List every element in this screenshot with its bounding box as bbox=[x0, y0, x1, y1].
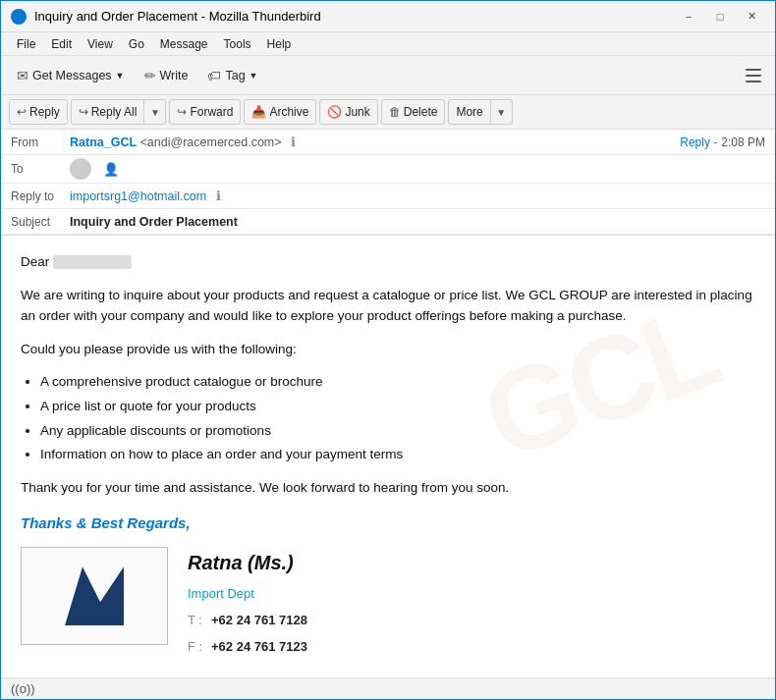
reply-all-button[interactable]: ↪ Reply All bbox=[71, 99, 145, 125]
replyto-verify-icon: ℹ bbox=[216, 188, 221, 203]
replyto-value: importsrg1@hotmail.com ℹ bbox=[70, 188, 765, 203]
header-action-toolbar: ↩ Reply ↪ Reply All ▼ ↪ Forward 📥 Archiv… bbox=[1, 95, 775, 130]
maximize-button[interactable]: □ bbox=[706, 6, 734, 27]
title-bar: Inquiry and Order Placement - Mozilla Th… bbox=[1, 1, 775, 32]
get-messages-button[interactable]: ✉ Get Messages ▼ bbox=[9, 64, 133, 87]
to-field: To 👤 bbox=[1, 155, 775, 184]
menu-tools[interactable]: Tools bbox=[216, 35, 259, 53]
archive-button[interactable]: 📥 Archive bbox=[244, 99, 316, 125]
list-item-1: A comprehensive product catalogue or bro… bbox=[40, 371, 755, 393]
sig-logo-box bbox=[21, 547, 168, 645]
reply-button[interactable]: ↩ Reply bbox=[9, 99, 68, 125]
subject-label: Subject bbox=[11, 215, 70, 229]
sig-fax-line: F : +62 24 761 7123 bbox=[188, 637, 307, 658]
signature: Ratna (Ms.) Import Dept T : +62 24 761 7… bbox=[21, 547, 755, 657]
verify-icon: ℹ bbox=[291, 135, 296, 149]
write-button[interactable]: ✏ Write bbox=[137, 64, 196, 87]
ham-line-1 bbox=[746, 69, 761, 71]
tag-dropdown-icon: ▼ bbox=[249, 71, 258, 81]
window-controls: − □ ✕ bbox=[675, 6, 765, 27]
reply-all-icon: ↪ bbox=[79, 105, 88, 119]
sig-phone-value: +62 24 761 7128 bbox=[211, 611, 307, 631]
window-title: Inquiry and Order Placement - Mozilla Th… bbox=[34, 9, 675, 24]
hamburger-button[interactable] bbox=[740, 62, 767, 89]
wifi-icon: ((o)) bbox=[11, 681, 35, 696]
email-time: 2:08 PM bbox=[721, 135, 765, 149]
delete-icon: 🗑 bbox=[389, 105, 401, 119]
app-icon bbox=[11, 9, 27, 25]
sig-info: Ratna (Ms.) Import Dept T : +62 24 761 7… bbox=[188, 547, 307, 657]
email-header: ↩ Reply ↪ Reply All ▼ ↪ Forward 📥 Archiv… bbox=[1, 95, 775, 236]
email-list: A comprehensive product catalogue or bro… bbox=[40, 371, 755, 464]
menu-message[interactable]: Message bbox=[152, 35, 216, 53]
tag-button[interactable]: 🏷 Tag ▼ bbox=[199, 64, 265, 87]
get-messages-dropdown-icon: ▼ bbox=[116, 71, 125, 81]
junk-icon: 🚫 bbox=[327, 105, 342, 119]
more-dropdown[interactable]: ▼ bbox=[491, 99, 513, 125]
more-group: More ▼ bbox=[448, 99, 512, 125]
sig-phone-line: T : +62 24 761 7128 bbox=[188, 611, 307, 631]
reply-all-dropdown[interactable]: ▼ bbox=[144, 99, 166, 125]
to-avatar bbox=[70, 158, 91, 180]
email-para2: Could you please provide us with the fol… bbox=[21, 339, 755, 360]
sig-dept: Import Dept bbox=[188, 584, 307, 605]
email-greeting: Dear bbox=[21, 251, 755, 273]
menu-edit[interactable]: Edit bbox=[43, 35, 80, 53]
sig-logo-shape bbox=[65, 566, 124, 625]
sig-logo-inner bbox=[22, 548, 167, 644]
sig-name: Ratna (Ms.) bbox=[188, 547, 307, 578]
reply-indicator: Reply - bbox=[680, 135, 717, 149]
email-para1: We are writing to inquire about your pro… bbox=[21, 285, 755, 327]
subject-field: Subject Inquiry and Order Placement bbox=[1, 209, 775, 235]
ham-line-3 bbox=[746, 81, 761, 82]
subject-value: Inquiry and Order Placement bbox=[70, 215, 765, 229]
menu-view[interactable]: View bbox=[80, 35, 121, 53]
list-item-4: Information on how to place an order and… bbox=[40, 444, 755, 465]
sender-email: <andi@racemerced.com> bbox=[140, 135, 282, 149]
list-item-3: Any applicable discounts or promotions bbox=[40, 420, 755, 442]
menu-go[interactable]: Go bbox=[121, 35, 152, 53]
replyto-field: Reply to importsrg1@hotmail.com ℹ bbox=[1, 184, 775, 209]
status-bar: ((o)) bbox=[1, 677, 775, 699]
archive-icon: 📥 bbox=[251, 105, 266, 119]
reply-all-group: ↪ Reply All ▼ bbox=[71, 99, 167, 125]
menu-bar: File Edit View Go Message Tools Help bbox=[1, 32, 775, 56]
replyto-label: Reply to bbox=[11, 189, 70, 203]
email-content: Dear We are writing to inquire about you… bbox=[21, 251, 755, 658]
email-body: GCL Dear We are writing to inquire about… bbox=[1, 236, 775, 677]
main-window: Inquiry and Order Placement - Mozilla Th… bbox=[0, 0, 776, 700]
forward-icon: ↪ bbox=[177, 105, 187, 119]
sender-name[interactable]: Ratna_GCL bbox=[70, 135, 137, 149]
write-icon: ✏ bbox=[144, 68, 156, 83]
ham-line-2 bbox=[746, 75, 761, 77]
regards: Thanks & Best Regards, bbox=[21, 512, 755, 535]
reply-icon: ↩ bbox=[17, 105, 27, 119]
list-item-2: A price list or quote for your products bbox=[40, 396, 755, 417]
more-button[interactable]: More bbox=[448, 99, 490, 125]
from-field: From Ratna_GCL <andi@racemerced.com> ℹ R… bbox=[1, 130, 775, 155]
to-verify-icon: 👤 bbox=[103, 162, 119, 177]
menu-help[interactable]: Help bbox=[259, 35, 300, 53]
minimize-button[interactable]: − bbox=[675, 6, 702, 27]
tag-icon: 🏷 bbox=[207, 68, 221, 83]
recipient-name-blurred bbox=[53, 255, 132, 269]
get-messages-icon: ✉ bbox=[17, 68, 28, 83]
email-para3: Thank you for your time and assistance. … bbox=[21, 477, 755, 499]
forward-button[interactable]: ↪ Forward bbox=[169, 99, 241, 125]
close-button[interactable]: ✕ bbox=[738, 6, 765, 27]
menu-file[interactable]: File bbox=[9, 35, 43, 53]
main-toolbar: ✉ Get Messages ▼ ✏ Write 🏷 Tag ▼ bbox=[1, 56, 775, 95]
delete-button[interactable]: 🗑 Delete bbox=[381, 99, 446, 125]
from-label: From bbox=[11, 135, 70, 149]
from-value: Ratna_GCL <andi@racemerced.com> ℹ bbox=[70, 135, 680, 149]
to-label: To bbox=[11, 162, 70, 176]
sig-fax-value: +62 24 761 7123 bbox=[211, 637, 307, 658]
junk-button[interactable]: 🚫 Junk bbox=[319, 99, 377, 125]
sig-t-label: T : bbox=[188, 611, 207, 631]
sig-f-label: F : bbox=[188, 637, 207, 658]
